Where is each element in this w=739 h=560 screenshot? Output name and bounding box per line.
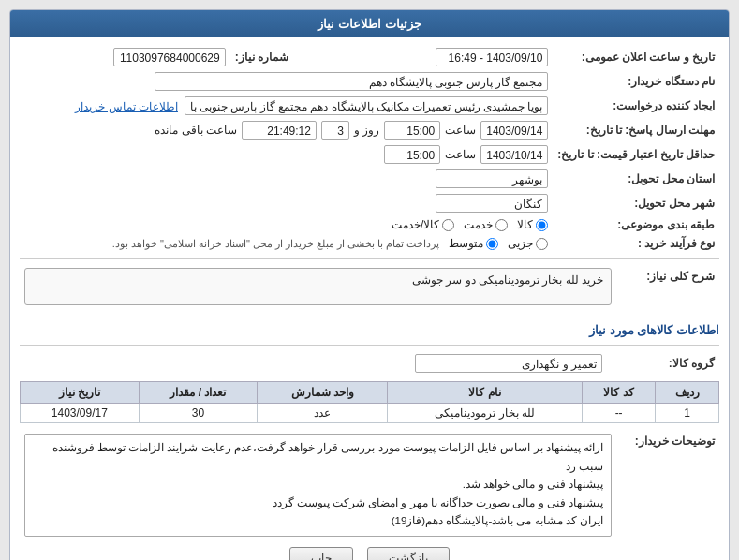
hadaghel-label: حداقل تاریخ اعتبار قیمت: تا تاریخ: [553, 142, 719, 167]
shahr-value: کنگان [436, 194, 548, 213]
saet-label: ساعت [445, 124, 476, 137]
notes-label: توضیحات خریدار: [616, 431, 719, 539]
col-nam-kala: نام کالا [388, 382, 582, 404]
shenare-niaz-value: 1103097684000629 [113, 48, 226, 66]
nam-dastgah-value: مجتمع گاز پارس جنوبی پالایشگاه دهم [155, 72, 548, 91]
nam-dastgah-label: نام دستگاه خریدار: [553, 69, 719, 94]
ettelaat-tamas-link[interactable]: اطلاعات تماس خریدار [75, 100, 178, 113]
col-radif: ردیف [656, 382, 719, 404]
radio-jozee[interactable]: جزیی [508, 237, 548, 250]
ijad-konande-label: ایجاد کننده درخواست: [553, 94, 719, 118]
col-tedad: تعداد / مقدار [139, 382, 258, 404]
mohlat-time: 15:00 [384, 121, 440, 140]
ostan-label: استان محل تحویل: [553, 167, 719, 191]
hadaghel-time: 15:00 [384, 145, 440, 164]
noe-farayand-label: نوع فرآیند خرید : [553, 234, 719, 253]
note-line: ارائه پیشنهاد بر اساس فایل الزامات پیوست… [33, 439, 603, 476]
mohlat-saet: 21:49:12 [242, 121, 317, 140]
notes-content: ارائه پیشنهاد بر اساس فایل الزامات پیوست… [24, 434, 612, 537]
cell-tedad: 30 [139, 404, 258, 423]
tarikh-vasl-label: تاریخ و ساعت اعلان عمومی: [553, 45, 719, 69]
saet-label2: ساعت [445, 148, 476, 161]
hadaghel-date: 1403/10/14 [480, 145, 548, 164]
radio-motovaset[interactable]: متوسط [449, 237, 498, 250]
radio-khedmat[interactable]: خدمت [464, 218, 508, 231]
cell-tarikh: 1403/09/17 [21, 404, 140, 423]
btn-row: بازگشت چاپ [20, 547, 719, 560]
note-line: پیشنهاد فنی و مالی بصورت جداگانه با مهر … [33, 494, 603, 513]
cell-radif: 1 [656, 404, 719, 423]
sharh-koli-value: خرید لله بخار ترمودینامیکی دو سر جوشی [412, 273, 603, 287]
table-row: 1--لله بخار ترمودینامیکیعدد301403/09/17 [21, 404, 719, 423]
col-tarikh: تاریخ نیاز [21, 382, 140, 404]
tarikh-vasl-value: 1403/09/10 - 16:49 [436, 48, 548, 66]
grohe-kala-table: گروه کالا: تعمیر و نگهداری [20, 351, 719, 376]
cell-vahed: عدد [258, 404, 388, 423]
note-line: ایران کد مشابه می باشد-پالایشگاه دهم(فاز… [33, 512, 603, 531]
sharh-koli-label: شرح کلی نیاز: [616, 265, 719, 314]
btn-bazgasht[interactable]: بازگشت [367, 547, 450, 560]
sharh-koli-table: شرح کلی نیاز: خرید لله بخار ترمودینامیکی… [20, 265, 719, 314]
grohe-kala-value: تعمیر و نگهداری [415, 354, 602, 373]
notes-table: توضیحات خریدار: ارائه پیشنهاد بر اساس فا… [20, 431, 719, 539]
col-kod-kala: کد کالا [582, 382, 656, 404]
ostan-value: بوشهر [436, 169, 548, 188]
mohlat-baqi: ساعت باقی مانده [155, 124, 237, 137]
tabaghe-label: طبقه بندی موضوعی: [553, 215, 719, 234]
kala-table: ردیف کد کالا نام کالا واحد شمارش تعداد /… [20, 381, 719, 423]
roz-label: روز و [354, 124, 379, 137]
mohlat-label: مهلت ارسال پاسخ: تا تاریخ: [553, 118, 719, 142]
ettelaat-section-title: اطلاعات کالاهای مورد نیاز [20, 319, 719, 339]
btn-chap[interactable]: چاپ [289, 547, 353, 560]
farayand-note: پرداخت تمام با بخشی از مبلغ خریدار از مح… [112, 238, 440, 250]
ijad-konande-value: پویا جمشیدی رئیس تعمیرات مکانیک پالایشگا… [185, 96, 549, 115]
col-vahed: واحد شمارش [258, 382, 388, 404]
grohe-kala-label: گروه کالا: [607, 351, 719, 376]
shahr-label: شهر محل تحویل: [553, 191, 719, 215]
info-table: تاریخ و ساعت اعلان عمومی: 1403/09/10 - 1… [20, 45, 719, 253]
radio-kala[interactable]: کالا [517, 218, 548, 231]
mohlat-roz: 3 [321, 121, 349, 140]
page-title: جزئیات اطلاعات نیاز [10, 10, 729, 37]
note-line: پیشنهاد فنی و مالی خواهد شد. [33, 476, 603, 494]
mohlat-date: 1403/09/14 [480, 121, 548, 140]
cell-nam_kala: لله بخار ترمودینامیکی [388, 404, 582, 423]
radio-kala-khedmat[interactable]: کالا/خدمت [392, 218, 454, 231]
shenare-niaz-label: شماره نیاز: [230, 45, 343, 69]
cell-kod_kala: -- [582, 404, 656, 423]
